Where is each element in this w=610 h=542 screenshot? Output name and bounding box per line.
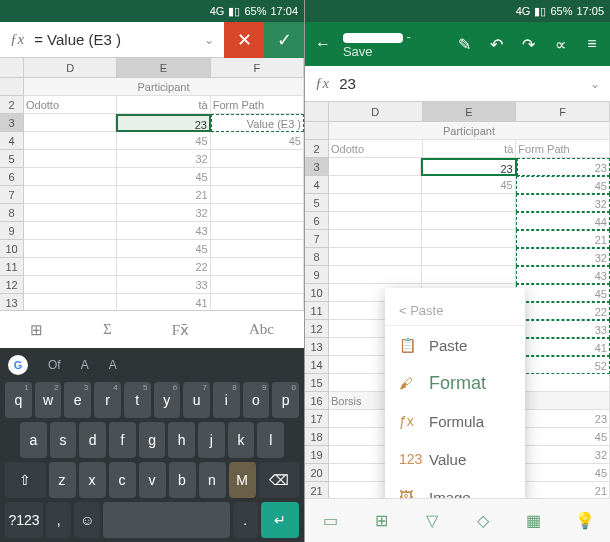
key-h[interactable]: h <box>168 422 195 458</box>
key-dot[interactable]: . <box>233 502 258 538</box>
doc-title[interactable]: - Save <box>343 29 436 59</box>
key-e[interactable]: e3 <box>64 382 91 418</box>
keyboard: G Of A A q1 w2 e3 r4 t5 y6 u7 i8 o9 p0 a… <box>0 348 304 542</box>
key-x[interactable]: x <box>79 462 106 498</box>
key-n[interactable]: n <box>199 462 226 498</box>
active-cell[interactable]: 23 <box>116 114 211 132</box>
col-header[interactable]: F <box>211 58 304 78</box>
key-q[interactable]: q1 <box>5 382 32 418</box>
redo-icon[interactable]: ↷ <box>516 35 540 54</box>
confirm-button[interactable]: ✓ <box>264 22 304 58</box>
chevron-down-icon[interactable]: ⌄ <box>204 33 224 47</box>
key-f[interactable]: f <box>109 422 136 458</box>
image-icon: 🖼 <box>399 489 417 498</box>
key-r[interactable]: r4 <box>94 382 121 418</box>
formula-input[interactable]: 23 <box>339 75 590 92</box>
select-all[interactable] <box>0 58 24 78</box>
suggestion[interactable]: A <box>109 358 117 372</box>
batt-icon: 65% <box>244 5 266 17</box>
paste-option-formula[interactable]: ƒxFormula <box>385 402 525 440</box>
key-w[interactable]: w2 <box>35 382 62 418</box>
active-cell[interactable]: 23 <box>421 158 516 176</box>
status-bar: 4G ▮▯ 65% 17:05 <box>305 0 610 22</box>
signal-icon: ▮▯ <box>228 5 240 18</box>
key-comma[interactable]: , <box>46 502 71 538</box>
bulb-icon[interactable]: 💡 <box>573 509 597 533</box>
camera-icon[interactable]: ▦ <box>522 509 546 533</box>
paste-option-paste[interactable]: 📋Paste <box>385 326 525 364</box>
formula-input[interactable]: = Value (E3 ) <box>34 31 204 48</box>
col-header[interactable]: D <box>329 102 423 122</box>
undo-icon[interactable]: ↶ <box>484 35 508 54</box>
key-emoji[interactable]: ☺ <box>74 502 99 538</box>
key-l[interactable]: l <box>257 422 284 458</box>
numpad-icon[interactable]: ⊞ <box>30 321 43 339</box>
key-m[interactable]: M <box>229 462 256 498</box>
spreadsheet-grid[interactable]: D E F Participant 2OdottotàForm Path 323… <box>305 102 610 498</box>
back-icon[interactable]: ← <box>311 35 335 53</box>
key-i[interactable]: i8 <box>213 382 240 418</box>
key-p[interactable]: p0 <box>272 382 299 418</box>
col-header[interactable]: D <box>24 58 117 78</box>
key-y[interactable]: y6 <box>154 382 181 418</box>
key-o[interactable]: o9 <box>243 382 270 418</box>
key-b[interactable]: b <box>169 462 196 498</box>
key-space[interactable] <box>103 502 230 538</box>
key-c[interactable]: c <box>109 462 136 498</box>
paste-option-format[interactable]: 🖌Format <box>385 364 525 402</box>
number-icon: 123 <box>399 451 417 467</box>
key-numbers[interactable]: ?123 <box>5 502 43 538</box>
table-icon[interactable]: ⊞ <box>369 509 393 533</box>
key-enter[interactable]: ↵ <box>261 502 299 538</box>
filter-icon[interactable]: ▽ <box>420 509 444 533</box>
chevron-down-icon[interactable]: ⌄ <box>590 77 610 91</box>
key-t[interactable]: t5 <box>124 382 151 418</box>
col-header[interactable]: E <box>117 58 210 78</box>
net-icon: 4G <box>210 5 225 17</box>
cancel-button[interactable]: ✕ <box>224 22 264 58</box>
key-v[interactable]: v <box>139 462 166 498</box>
title-bar: ← - Save ✎ ↶ ↷ ∝ ≡ <box>305 22 610 66</box>
select-all[interactable] <box>305 102 329 122</box>
spreadsheet-grid[interactable]: D E F Participant 2OdottotàForm Path 323… <box>0 58 304 310</box>
suggestion[interactable]: Of <box>48 358 61 372</box>
batt-icon: 65% <box>550 5 572 17</box>
fx-icon[interactable]: Fx̄ <box>172 321 189 339</box>
fx-label: ƒx <box>305 75 339 92</box>
google-icon[interactable]: G <box>8 355 28 375</box>
paste-back-button[interactable]: < Paste <box>385 296 525 326</box>
col-header[interactable]: F <box>516 102 610 122</box>
sigma-icon[interactable]: Σ <box>103 321 112 338</box>
signal-icon: ▮▯ <box>534 5 546 18</box>
key-z[interactable]: z <box>49 462 76 498</box>
clock: 17:04 <box>270 5 298 17</box>
key-s[interactable]: s <box>50 422 77 458</box>
suggestion[interactable]: A <box>81 358 89 372</box>
key-u[interactable]: u7 <box>183 382 210 418</box>
keyboard-mode-bar: ⊞ Σ Fx̄ Abc <box>0 310 304 348</box>
paste-option-value[interactable]: 123Value <box>385 440 525 478</box>
brush-icon[interactable]: ✎ <box>452 35 476 54</box>
col-header[interactable]: E <box>423 102 517 122</box>
key-a[interactable]: a <box>20 422 47 458</box>
key-k[interactable]: k <box>228 422 255 458</box>
menu-icon[interactable]: ≡ <box>580 35 604 53</box>
key-g[interactable]: g <box>139 422 166 458</box>
paste-menu: < Paste 📋Paste 🖌Format ƒxFormula 123Valu… <box>385 288 525 498</box>
paste-option-image[interactable]: 🖼Image <box>385 478 525 498</box>
fx-icon: ƒx <box>399 413 417 429</box>
key-backspace[interactable]: ⌫ <box>259 462 300 498</box>
eraser-icon[interactable]: ◇ <box>471 509 495 533</box>
clipboard-icon: 📋 <box>399 337 417 353</box>
key-d[interactable]: d <box>79 422 106 458</box>
formula-bar: ƒx = Value (E3 ) ⌄ ✕ ✓ <box>0 22 304 58</box>
sheet-icon[interactable]: ▭ <box>318 509 342 533</box>
net-icon: 4G <box>516 5 531 17</box>
formula-bar: ƒx 23 ⌄ <box>305 66 610 102</box>
abc-icon[interactable]: Abc <box>249 321 274 338</box>
status-bar: 4G ▮▯ 65% 17:04 <box>0 0 304 22</box>
share-icon[interactable]: ∝ <box>548 35 572 54</box>
key-j[interactable]: j <box>198 422 225 458</box>
brush-icon: 🖌 <box>399 375 417 391</box>
key-shift[interactable]: ⇧ <box>5 462 46 498</box>
